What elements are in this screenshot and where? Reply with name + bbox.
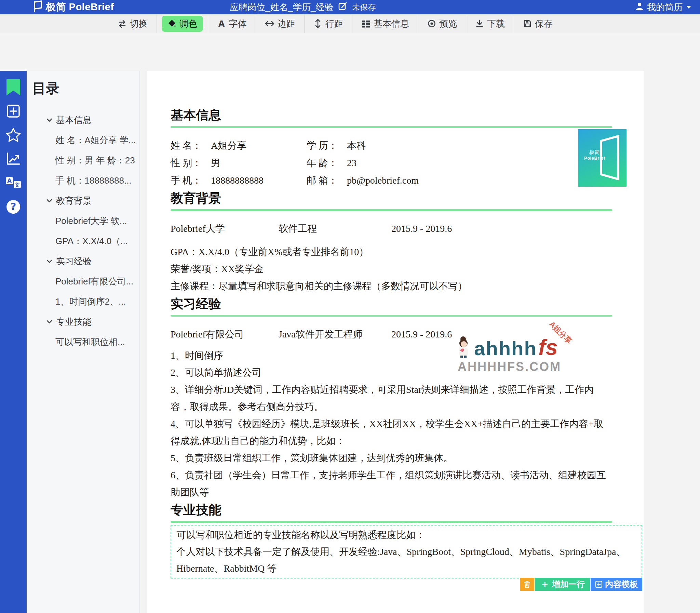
education-period[interactable]: 2015.9 - 2019.6 — [391, 220, 612, 237]
toc-item-company[interactable]: Polebrief有限公司... — [27, 272, 140, 292]
internship-header-row[interactable]: Polebrief有限公司 Java软件开发工程师 2015.9 - 2019.… — [171, 326, 612, 343]
internship-line[interactable]: 4、可以单独写《校园经历》模块,是班级班长，XX社团XX，校学生会XX+描述自己… — [171, 415, 612, 449]
internship-line[interactable]: 3、详细分析JD关键词，工作内容贴近招聘要求，可采用Star法则来详细描述，按照… — [171, 381, 612, 415]
download-icon — [475, 19, 484, 28]
photo-brand-text: 极简 PoleBrief — [584, 149, 605, 161]
floppy-save-icon — [523, 19, 532, 28]
toc-item-internship[interactable]: 实习经验 — [27, 251, 140, 272]
education-line[interactable]: 主修课程：尽量填写和求职意向相关的主修课程（多数情况可以不写） — [171, 278, 612, 295]
add-row-button[interactable]: ＋ 增加一行 — [535, 578, 590, 591]
education-line[interactable]: GPA：X.X/4.0（专业前X%或者专业排名前10） — [171, 244, 612, 261]
horizontal-arrows-icon — [265, 19, 275, 28]
toc-item-name[interactable]: 姓 名：A姐分享 学... — [27, 130, 140, 151]
font-a-icon: A — [217, 19, 226, 28]
internship-details[interactable]: 1、时间倒序 2、可以简单描述公司 3、详细分析JD关键词，工作内容贴近招聘要求… — [171, 347, 612, 501]
job-title[interactable]: Java软件开发工程师 — [279, 326, 391, 343]
account-menu[interactable]: 我的简历 — [635, 0, 691, 14]
field-value-age[interactable]: 23 — [347, 158, 356, 168]
boxed-plus-icon — [595, 581, 603, 588]
content-template-button[interactable]: 内容模板 — [591, 578, 642, 591]
toc-list: 基本信息 姓 名：A姐分享 学... 性 别：男 年 龄：23 手 机：1888… — [27, 110, 140, 352]
basic-info-grid[interactable]: 姓 名：A姐分享 学 历：本科 性 别：男 年 龄：23 手 机：1888888… — [171, 137, 567, 189]
add-module-icon[interactable] — [5, 103, 22, 119]
field-label: 性 别： — [171, 154, 211, 172]
eye-icon — [427, 19, 436, 28]
skills-line[interactable]: 可以写和职位相近的专业技能名称以及写明熟悉程度比如： — [176, 526, 636, 543]
section-title-basic-info[interactable]: 基本信息 — [171, 107, 612, 123]
education-line[interactable]: 荣誉/奖项：XX奖学金 — [171, 261, 612, 278]
toc-title: 目录 — [32, 79, 140, 98]
chevron-down-icon — [47, 320, 52, 324]
toolbar-basicinfo-button[interactable]: 基本信息 — [352, 14, 418, 33]
education-details[interactable]: GPA：X.X/4.0（专业前X%或者专业排名前10） 荣誉/奖项：XX奖学金 … — [171, 244, 612, 295]
field-value-email[interactable]: pb@polebrief.com — [347, 175, 419, 186]
section-title-internship[interactable]: 实习经验 — [171, 296, 612, 312]
chevron-down-icon — [686, 6, 691, 9]
app-brand: 极简 PoleBrief — [32, 0, 114, 14]
bookmark-icon[interactable] — [5, 79, 22, 95]
section-title-education[interactable]: 教育背景 — [171, 191, 612, 206]
svg-text:文: 文 — [14, 182, 20, 188]
save-status-badge: 未保存 — [352, 2, 375, 13]
icon-sidebar: A 文 ? — [0, 71, 27, 613]
skills-editable-box[interactable]: 可以写和职位相近的专业技能名称以及写明熟悉程度比如： 个人对以下技术具备一定了解… — [171, 525, 642, 578]
company-name[interactable]: Polebrief有限公司 — [171, 326, 279, 343]
internship-line[interactable]: 6、负责社团（学生会）日常工作，支持老师学生工作，组织策划演讲比赛活动、读书活动… — [171, 467, 612, 501]
section-underline — [171, 521, 612, 523]
toolbar-download-button[interactable]: 下载 — [466, 14, 514, 33]
section-underline — [171, 126, 612, 128]
account-label: 我的简历 — [647, 1, 683, 13]
internship-period[interactable]: 2015.9 - 2019.6 — [391, 326, 612, 343]
table-grid-icon — [361, 19, 370, 28]
toolbar-save-button[interactable]: 保存 — [514, 14, 562, 33]
toc-item-phone[interactable]: 手 机：18888888... — [27, 171, 140, 191]
toc-item-skills-detail[interactable]: 可以写和职位相... — [27, 332, 140, 352]
school-name[interactable]: Polebrief大学 — [171, 220, 279, 237]
toc-panel: 目录 基本信息 姓 名：A姐分享 学... 性 别：男 年 龄：23 手 机：1… — [27, 71, 140, 613]
toc-item-education[interactable]: 教育背景 — [27, 191, 140, 211]
field-value-gender[interactable]: 男 — [211, 158, 221, 168]
field-value-degree[interactable]: 本科 — [347, 140, 366, 151]
internship-line[interactable]: 5、负责班级日常组织工作，策划班集体团建，达到优秀的班集体。 — [171, 449, 612, 467]
section-title-skills[interactable]: 专业技能 — [171, 502, 612, 518]
field-value-phone[interactable]: 18888888888 — [211, 175, 264, 186]
delete-section-button[interactable] — [520, 578, 534, 591]
toolbar-margin-button[interactable]: 边距 — [256, 14, 304, 33]
toolbar-color-button[interactable]: 调色 — [157, 14, 208, 33]
field-value-name[interactable]: A姐分享 — [211, 140, 247, 151]
svg-text:A: A — [219, 19, 225, 28]
top-bar: 极简 PoleBrief 应聘岗位_姓名_学历_经验 未保存 我的简历 — [0, 0, 700, 14]
toc-item-basic-info[interactable]: 基本信息 — [27, 110, 140, 130]
internship-line[interactable]: 2、可以简单描述公司 — [171, 364, 612, 381]
toolbar: 切换 调色 A 字体 边距 — [0, 14, 700, 33]
field-label: 手 机： — [171, 172, 211, 189]
switch-arrows-icon — [118, 19, 127, 28]
svg-text:?: ? — [11, 201, 16, 212]
trash-icon — [524, 581, 530, 588]
analytics-chart-icon[interactable] — [5, 151, 22, 167]
toc-item-company-detail[interactable]: 1、时间倒序2、... — [27, 292, 140, 312]
toc-item-gpa[interactable]: GPA：X.X/4.0（... — [27, 231, 140, 251]
toc-item-skills[interactable]: 专业技能 — [27, 312, 140, 332]
resume-photo-placeholder[interactable]: 极简 PoleBrief — [578, 129, 626, 187]
internship-line[interactable]: 1、时间倒序 — [171, 347, 612, 364]
skills-line[interactable]: 个人对以下技术具备一定了解及使用、开发经验:Java、SpringBoot、Sp… — [176, 543, 636, 577]
toolbar-linespacing-button[interactable]: 行距 — [304, 14, 352, 33]
section-underline — [171, 315, 612, 316]
toolbar-preview-button[interactable]: 预览 — [418, 14, 466, 33]
help-icon[interactable]: ? — [5, 199, 22, 215]
toc-item-school[interactable]: Polebrief大学 软... — [27, 211, 140, 231]
education-header-row[interactable]: Polebrief大学 软件工程 2015.9 - 2019.6 — [171, 220, 612, 237]
toc-item-gender-age[interactable]: 性 别：男 年 龄：23 — [27, 151, 140, 171]
skills-action-bar: ＋ 增加一行 内容模板 — [520, 578, 642, 591]
plus-icon: ＋ — [540, 579, 550, 589]
major-name[interactable]: 软件工程 — [279, 220, 391, 237]
field-label: 姓 名： — [171, 137, 211, 154]
toolbar-font-button[interactable]: A 字体 — [208, 14, 256, 33]
vertical-arrows-icon — [314, 19, 322, 28]
translate-icon[interactable]: A 文 — [5, 175, 22, 191]
toolbar-switch-button[interactable]: 切换 — [109, 14, 157, 33]
field-label: 年 龄： — [307, 154, 347, 172]
favorite-star-icon[interactable] — [5, 127, 22, 143]
edit-title-icon[interactable] — [338, 1, 347, 13]
